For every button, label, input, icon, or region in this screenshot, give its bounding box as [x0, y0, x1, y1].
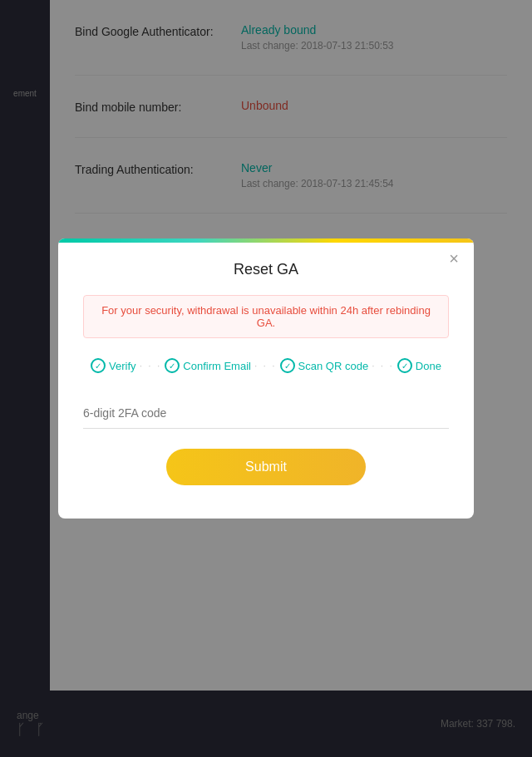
step-verify-label: Verify	[109, 360, 136, 372]
step-done: ✓ Done	[397, 358, 441, 373]
modal: × Reset GA For your security, withdrawal…	[58, 238, 474, 519]
step-done-check: ✓	[397, 358, 412, 373]
modal-warning: For your security, withdrawal is unavail…	[83, 295, 449, 338]
close-button[interactable]: ×	[449, 250, 459, 267]
steps-row: ✓ Verify · · · ✓ Confirm Email · · · ✓ S…	[75, 358, 457, 373]
step-scan-qr: ✓ Scan QR code	[280, 358, 369, 373]
step-scan-qr-label: Scan QR code	[298, 360, 369, 372]
step-scan-qr-check: ✓	[280, 358, 295, 373]
step-verify: ✓ Verify	[91, 358, 136, 373]
step-confirm-email-check: ✓	[165, 358, 180, 373]
step-verify-check: ✓	[91, 358, 106, 373]
step-dots-3: · · ·	[372, 360, 394, 371]
modal-top-bar	[58, 238, 474, 243]
code-input[interactable]	[83, 398, 449, 429]
input-section	[83, 398, 449, 429]
modal-title: Reset GA	[58, 261, 474, 278]
step-dots-2: · · ·	[254, 360, 277, 371]
step-done-label: Done	[416, 360, 441, 372]
step-confirm-email: ✓ Confirm Email	[165, 358, 251, 373]
submit-button[interactable]: Submit	[166, 449, 366, 485]
step-dots-1: · · ·	[140, 360, 162, 371]
step-confirm-email-label: Confirm Email	[183, 360, 251, 372]
modal-overlay: × Reset GA For your security, withdrawal…	[0, 0, 532, 757]
